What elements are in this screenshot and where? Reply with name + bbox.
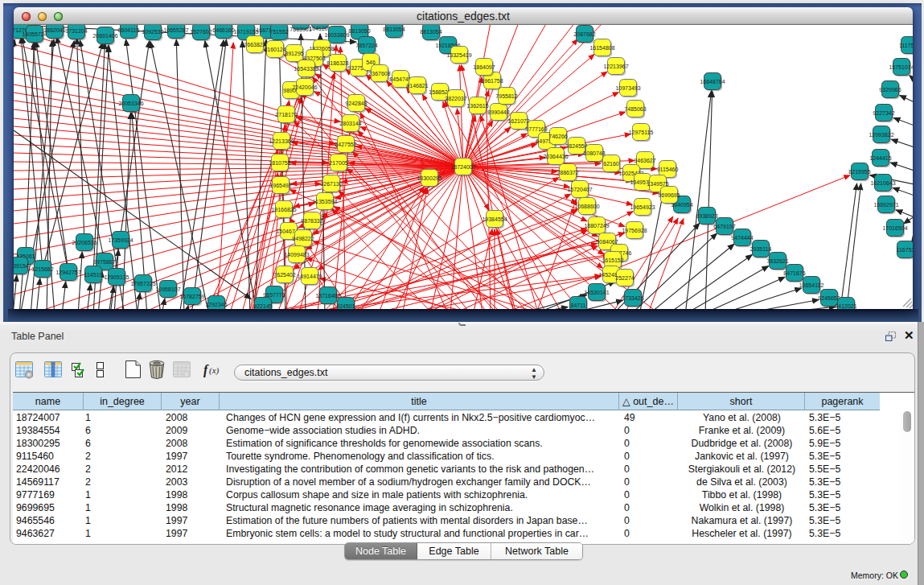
svg-text:20206536: 20206536 (72, 240, 97, 245)
svg-text:17359924: 17359924 (108, 237, 133, 243)
svg-text:1092530: 1092530 (142, 29, 163, 35)
svg-text:9463627: 9463627 (634, 158, 655, 163)
svg-text:8471676: 8471676 (783, 270, 805, 276)
svg-text:17016504: 17016504 (882, 225, 907, 231)
svg-text:114519: 114519 (84, 272, 103, 278)
svg-text:8813054: 8813054 (383, 27, 405, 32)
svg-text:9474444: 9474444 (731, 235, 753, 241)
svg-text:9245652: 9245652 (818, 295, 840, 301)
svg-text:6466160: 6466160 (212, 27, 234, 33)
svg-text:12213967: 12213967 (603, 64, 628, 69)
svg-text:9412021: 9412021 (835, 303, 856, 309)
svg-text:9084067: 9084067 (596, 239, 618, 245)
svg-text:62160: 62160 (603, 161, 619, 167)
svg-text:1041205: 1041205 (309, 26, 331, 31)
svg-text:9777169: 9777169 (525, 126, 547, 132)
svg-text:9329966: 9329966 (879, 87, 901, 93)
svg-text:2367608: 2367608 (368, 71, 390, 76)
svg-text:14530141: 14530141 (584, 290, 609, 295)
svg-text:7832621: 7832621 (766, 258, 788, 264)
svg-text:18724007: 18724007 (450, 164, 475, 170)
svg-text:19756928: 19756928 (622, 228, 647, 233)
svg-text:8604115: 8604115 (118, 27, 140, 33)
svg-text:16543382: 16543382 (294, 66, 318, 72)
svg-text:8215955: 8215955 (848, 169, 870, 175)
svg-text:20053346: 20053346 (118, 101, 143, 106)
svg-text:16033809: 16033809 (324, 32, 349, 38)
svg-text:9731204: 9731204 (65, 28, 87, 34)
svg-text:9227342: 9227342 (873, 110, 894, 116)
svg-text:12213369: 12213369 (269, 138, 294, 144)
svg-text:7625402: 7625402 (273, 272, 295, 278)
svg-text:1244415: 1244415 (869, 155, 891, 161)
svg-text:8990448: 8990448 (487, 109, 509, 115)
svg-text:1349575: 1349575 (647, 181, 668, 187)
svg-text:6479197: 6479197 (713, 224, 735, 229)
svg-text:16782759: 16782759 (179, 294, 204, 299)
svg-text:8878332: 8878332 (301, 218, 322, 224)
svg-text:15720407: 15720407 (567, 187, 592, 192)
svg-text:13716485: 13716485 (315, 293, 340, 299)
svg-text:546: 546 (366, 60, 376, 65)
svg-text:14914479: 14914479 (297, 274, 322, 279)
svg-text:1117535: 1117535 (899, 43, 913, 48)
svg-text:891295: 891295 (285, 51, 303, 56)
svg-text:11353594: 11353594 (313, 199, 338, 204)
svg-text:217005: 217005 (329, 160, 347, 166)
svg-text:1292346: 1292346 (205, 302, 227, 307)
svg-text:2803144: 2803144 (339, 121, 361, 126)
svg-text:1965492: 1965492 (269, 183, 291, 188)
svg-text:12093822: 12093822 (869, 132, 893, 138)
svg-text:10655287: 10655287 (163, 27, 188, 33)
svg-text:9146821: 9146821 (406, 83, 428, 89)
svg-text:16210643: 16210643 (870, 180, 895, 186)
svg-text:2087682: 2087682 (573, 31, 595, 37)
svg-text:8427552: 8427552 (335, 142, 356, 147)
svg-text:10973493: 10973493 (615, 85, 640, 91)
svg-text:16648784: 16648784 (700, 79, 725, 84)
svg-text:6961758: 6961758 (481, 78, 503, 84)
svg-text:924501: 924501 (336, 303, 355, 309)
svg-text:f: f (203, 363, 209, 377)
svg-text:15751074: 15751074 (889, 64, 913, 70)
svg-text:19654923: 19654923 (630, 204, 655, 210)
svg-text:746266: 746266 (548, 134, 567, 139)
svg-text:7857224: 7857224 (355, 43, 377, 48)
svg-text:3267130: 3267130 (320, 181, 342, 187)
svg-text:12975115: 12975115 (629, 130, 654, 135)
svg-text:1362615: 1362615 (466, 103, 488, 109)
svg-text:8813050: 8813050 (348, 28, 370, 34)
svg-text:1527602: 1527602 (190, 29, 211, 35)
svg-text:1080748: 1080748 (583, 150, 605, 156)
svg-text:3824554: 3824554 (565, 143, 587, 149)
svg-text:8813054: 8813054 (420, 29, 441, 35)
svg-text:15692971: 15692971 (873, 202, 898, 208)
svg-text:18300295: 18300295 (417, 175, 441, 181)
svg-text:12905135: 12905135 (104, 274, 129, 280)
svg-text:19384554: 19384554 (482, 216, 507, 222)
svg-text:3822037: 3822037 (445, 96, 466, 101)
svg-text:16154808: 16154808 (589, 45, 614, 51)
svg-text:18807249: 18807249 (584, 223, 609, 229)
svg-text:7485063: 7485063 (624, 106, 646, 112)
svg-text:1615152: 1615152 (602, 257, 623, 263)
svg-text:10654112: 10654112 (799, 282, 824, 288)
svg-text:116753: 116753 (897, 247, 913, 253)
svg-text:8938923: 8938923 (696, 213, 717, 219)
svg-text:20364436: 20364436 (543, 154, 568, 159)
svg-text:1862041: 1862041 (43, 27, 65, 33)
svg-text:9657771: 9657771 (263, 292, 285, 298)
svg-text:9115460: 9115460 (657, 167, 679, 172)
svg-text:9498222: 9498222 (292, 236, 314, 241)
svg-text:10719155: 10719155 (233, 29, 258, 35)
svg-text:7663822: 7663822 (244, 42, 265, 47)
svg-text:8160124: 8160124 (264, 47, 285, 52)
svg-text:22420046: 22420046 (292, 84, 317, 90)
svg-text:(x): (x) (209, 365, 220, 376)
svg-text:922145: 922145 (253, 303, 272, 309)
svg-text:13325419: 13325419 (446, 52, 471, 58)
svg-text:1621072: 1621072 (507, 118, 529, 124)
svg-text:2718170: 2718170 (275, 112, 297, 117)
svg-text:14099483: 14099483 (284, 252, 309, 257)
svg-text:10688600: 10688600 (574, 204, 599, 209)
